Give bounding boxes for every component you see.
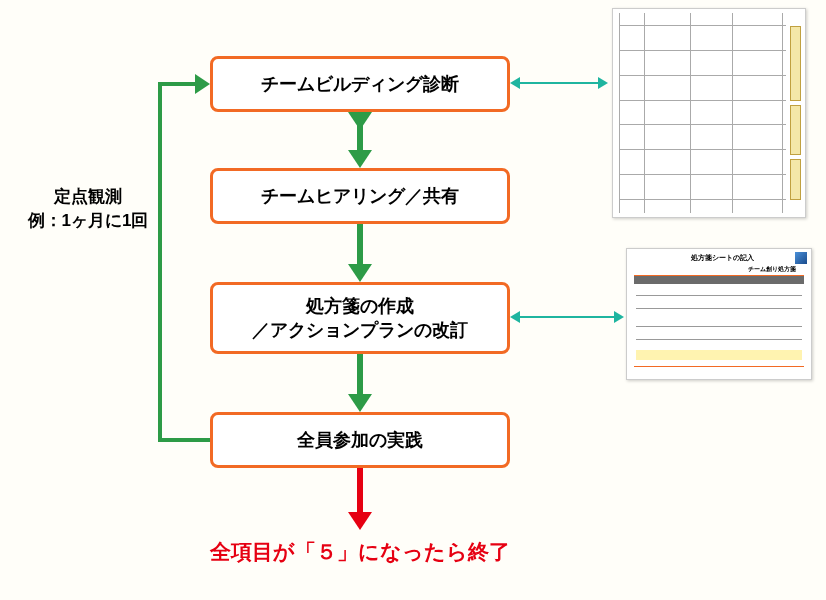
box-step2-label: チームヒアリング／共有 [261, 184, 459, 208]
thumb2-corner-icon [795, 252, 807, 264]
loop-line-bottom [158, 438, 210, 442]
loop-line-top [158, 82, 196, 86]
box-step1: チームビルディング診断 [210, 56, 510, 112]
arrow-end-line [357, 468, 363, 512]
box-step2: チームヒアリング／共有 [210, 168, 510, 224]
connector-1-left [510, 77, 520, 89]
loop-arrow-head [195, 74, 210, 94]
box-step3: 処方箋の作成 ／アクションプランの改訂 [210, 282, 510, 354]
loop-line-vert [158, 82, 162, 442]
box-step4: 全員参加の実践 [210, 412, 510, 468]
box-step3-label: 処方箋の作成 ／アクションプランの改訂 [252, 294, 468, 342]
side-label: 定点観測 例：1ヶ月に1回 [18, 185, 158, 233]
connector-2-right [614, 311, 624, 323]
box-step1-label: チームビルディング診断 [261, 72, 459, 96]
thumb2-header-bar [634, 276, 803, 284]
arrow-3to4-line [357, 354, 363, 394]
connector-1-right [598, 77, 608, 89]
thumbnail-prescription-sheet: 処方箋シートの記入 チーム創り処方箋 [626, 248, 812, 380]
connector-1 [518, 82, 598, 84]
arrow-1to2-head [348, 150, 372, 168]
box-step4-label: 全員参加の実践 [297, 428, 423, 452]
arrow-3to4-head [348, 394, 372, 412]
end-text: 全項目が「５」になったら終了 [210, 538, 510, 566]
arrow-2to3-line [357, 224, 363, 264]
arrow-end-head [348, 512, 372, 530]
thumbnail-diagnosis-sheet [612, 8, 806, 218]
thumb2-title: 処方箋シートの記入 [691, 253, 754, 263]
connector-2 [518, 316, 614, 318]
thumb2-subtitle: チーム創り処方箋 [748, 265, 796, 274]
connector-2-left [510, 311, 520, 323]
arrow-1to2-line [357, 112, 363, 150]
thumb2-highlight [636, 350, 802, 360]
arrow-2to3-head [348, 264, 372, 282]
